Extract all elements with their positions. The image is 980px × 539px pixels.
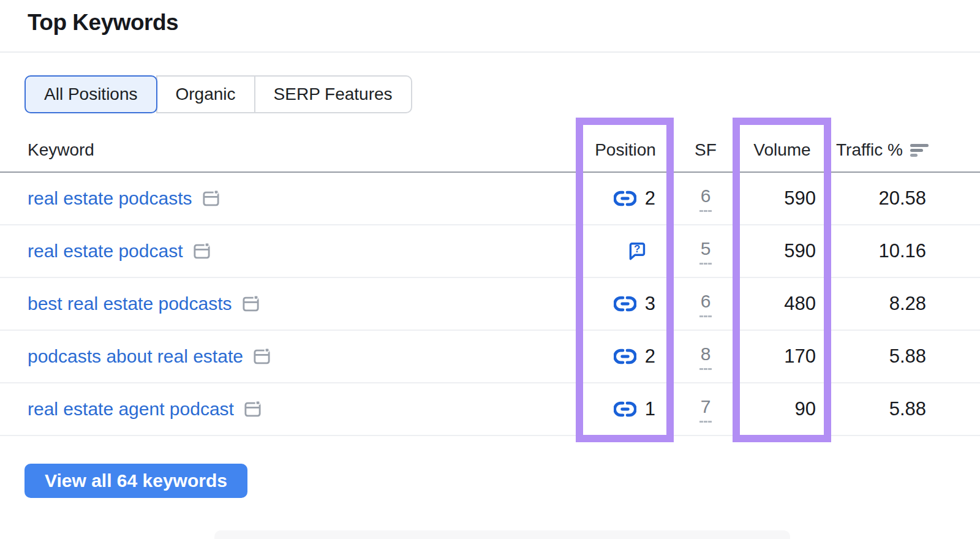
- keyword-link[interactable]: podcasts about real estate: [28, 346, 243, 367]
- volume-value: 590: [723, 173, 816, 224]
- table-row: real estate podcast ? 5 590 10.16: [0, 225, 980, 278]
- position-value: 2: [645, 345, 655, 368]
- serp-preview-icon[interactable]: [202, 189, 221, 208]
- volume-value: 590: [723, 225, 816, 277]
- serp-preview-icon[interactable]: [192, 242, 211, 261]
- column-header-position: Position: [577, 129, 674, 172]
- tab-serp-features[interactable]: SERP Features: [254, 75, 412, 113]
- column-header-traffic-label: Traffic %: [836, 140, 903, 160]
- position-value: 1: [645, 398, 655, 420]
- table-row: podcasts about real estate 2 8 170 5.88: [0, 331, 980, 383]
- page-title: Top Keywords: [28, 10, 178, 36]
- serp-preview-icon[interactable]: [252, 347, 271, 366]
- column-header-sf: SF: [675, 129, 736, 172]
- serp-preview-icon[interactable]: [241, 295, 260, 314]
- volume-value: 480: [723, 278, 816, 330]
- traffic-value: 10.16: [833, 225, 926, 277]
- sf-value[interactable]: 6: [699, 186, 712, 212]
- top-keywords-panel: Top Keywords All Positions Organic SERP …: [0, 0, 980, 539]
- sf-value[interactable]: 8: [699, 344, 712, 370]
- keyword-link[interactable]: real estate agent podcast: [28, 399, 234, 420]
- link-position-icon[interactable]: [614, 190, 636, 206]
- link-position-icon[interactable]: [614, 349, 636, 364]
- sf-value[interactable]: 7: [699, 396, 712, 423]
- volume-value: 170: [723, 331, 816, 382]
- question-bubble-icon[interactable]: ?: [626, 241, 647, 262]
- view-all-keywords-button[interactable]: View all 64 keywords: [24, 464, 247, 498]
- keyword-link[interactable]: real estate podcasts: [28, 188, 192, 209]
- keyword-link[interactable]: real estate podcast: [28, 241, 183, 262]
- keyword-link[interactable]: best real estate podcasts: [28, 293, 232, 314]
- table-row: real estate agent podcast 1 7 90 5.88: [0, 383, 980, 436]
- table-header-row: Keyword Position SF Volume Traffic %: [0, 129, 980, 173]
- link-position-icon[interactable]: [614, 401, 636, 417]
- sort-bars-icon[interactable]: [910, 143, 931, 158]
- svg-text:?: ?: [634, 243, 640, 255]
- title-divider: [0, 51, 980, 53]
- volume-value: 90: [723, 383, 816, 435]
- table-row: real estate podcasts 2 6 590 20.58: [0, 173, 980, 225]
- below-panel-edge: [214, 530, 790, 539]
- column-header-keyword: Keyword: [28, 129, 94, 172]
- link-position-icon[interactable]: [614, 296, 636, 312]
- position-value: 3: [645, 293, 655, 315]
- position-value: 2: [645, 187, 655, 209]
- traffic-value: 5.88: [833, 383, 926, 435]
- traffic-value: 5.88: [833, 331, 926, 382]
- sf-value[interactable]: 6: [699, 291, 712, 317]
- sf-value[interactable]: 5: [699, 238, 712, 265]
- column-header-traffic[interactable]: Traffic %: [836, 129, 931, 172]
- column-header-volume: Volume: [733, 129, 831, 172]
- traffic-value: 20.58: [833, 173, 926, 224]
- traffic-value: 8.28: [833, 278, 926, 330]
- table-row: best real estate podcasts 3 6 480 8.28: [0, 278, 980, 331]
- keywords-table: real estate podcasts 2 6 590 20.58 real …: [0, 173, 980, 436]
- position-filter-tabs: All Positions Organic SERP Features: [24, 75, 412, 113]
- tab-all-positions[interactable]: All Positions: [24, 75, 157, 113]
- tab-organic[interactable]: Organic: [156, 75, 255, 113]
- serp-preview-icon[interactable]: [243, 400, 262, 419]
